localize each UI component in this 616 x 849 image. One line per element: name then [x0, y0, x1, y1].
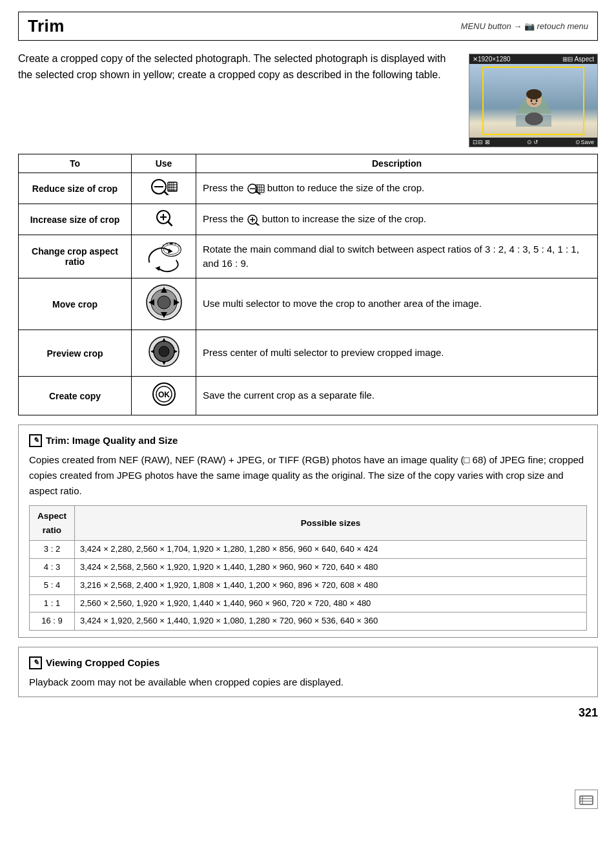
page-number-text: 321	[579, 706, 598, 719]
inner-table-body: 3 : 2 3,424 × 2,280, 2,560 × 1,704, 1,92…	[30, 541, 587, 631]
inner-table-header-row: Aspectratio Possible sizes	[30, 506, 587, 541]
note-text-2: Playback zoom may not be available when …	[29, 675, 587, 690]
row-move-use	[132, 278, 196, 330]
main-content: Create a cropped copy of the selected ph…	[18, 51, 598, 697]
table-row: Create copy OK Save the current crop as …	[19, 377, 598, 415]
note-icon-1: ✎	[29, 434, 42, 447]
inner-table-row: 3 : 2 3,424 × 2,280, 2,560 × 1,704, 1,92…	[30, 541, 587, 559]
page-header: Trim MENU button → 📷 retouch menu	[18, 12, 598, 41]
inner-col-ratio-header: Aspectratio	[30, 506, 75, 541]
arrow-icon: →	[513, 21, 524, 31]
intro-section: Create a cropped copy of the selected ph…	[18, 51, 598, 147]
cam-bottom-left: ⊡⊟ ⊠	[473, 139, 490, 145]
row-create-to: Create copy	[19, 377, 132, 415]
col-use-header: Use	[132, 154, 196, 173]
intro-text: Create a cropped copy of the selected ph…	[18, 51, 457, 83]
inner-sizes-4: 2,560 × 2,560, 1,920 × 1,920, 1,440 × 1,…	[75, 594, 587, 613]
row-move-to: Move crop	[19, 278, 132, 330]
row-aspect-to: Change crop aspect ratio	[19, 235, 132, 278]
tab-svg-icon	[579, 793, 593, 805]
col-desc-header: Description	[196, 154, 598, 173]
inner-table-row: 5 : 4 3,216 × 2,568, 2,400 × 1,920, 1,80…	[30, 576, 587, 594]
inner-table: Aspectratio Possible sizes 3 : 2 3,424 ×…	[29, 505, 587, 631]
table-row: Change crop aspect ratio	[19, 235, 598, 278]
camera-preview-inner: ✕1920×1280 ⊞⊟ Aspect	[469, 54, 597, 147]
menu-label: MENU button	[461, 21, 511, 31]
svg-point-53	[159, 346, 169, 357]
svg-line-9	[164, 191, 169, 195]
svg-text:OK: OK	[158, 390, 170, 399]
table-row: Reduce size of crop	[19, 173, 598, 204]
crop-rectangle	[482, 67, 584, 135]
inner-sizes-5: 3,424 × 1,920, 2,560 × 1,440, 1,920 × 1,…	[75, 613, 587, 631]
table-header: To Use Description	[19, 154, 598, 173]
svg-rect-41	[170, 243, 173, 244]
row-aspect-use	[132, 235, 196, 278]
page-wrapper: Trim MENU button → 📷 retouch menu Create…	[0, 12, 616, 849]
row-preview-desc: Press center of multi selector to previe…	[196, 330, 598, 377]
inner-table-row: 16 : 9 3,424 × 1,920, 2,560 × 1,440, 1,9…	[30, 613, 587, 631]
row-increase-to: Increase size of crop	[19, 204, 132, 235]
row-move-desc: Use multi selector to move the crop to a…	[196, 278, 598, 330]
table-body: Reduce size of crop	[19, 173, 598, 415]
page-title: Trim	[28, 16, 65, 36]
cam-bottom-ok: ⊙Save	[575, 139, 594, 145]
note-box-2: ✎ Viewing Cropped Copies Playback zoom m…	[18, 647, 598, 697]
increase-icon	[156, 209, 172, 226]
page-menu-path: MENU button → 📷 retouch menu	[461, 21, 588, 31]
table-header-row: To Use Description	[19, 154, 598, 173]
preview-selector-icon	[148, 335, 180, 368]
col-to-header: To	[19, 154, 132, 173]
note-title-1: ✎ Trim: Image Quality and Size	[29, 433, 587, 448]
reduce-icon	[150, 178, 178, 195]
cam-bottom-bar: ⊡⊟ ⊠ ⊙ ↺ ⊙Save	[469, 138, 597, 147]
inner-ratio-3: 5 : 4	[30, 576, 75, 594]
note-icon-2: ✎	[29, 656, 42, 669]
command-dial-icon	[145, 240, 183, 273]
note-title-text-1: Trim: Image Quality and Size	[46, 433, 178, 448]
page-number: 321	[0, 706, 598, 720]
retouch-icon: 📷	[524, 21, 535, 31]
cam-aspect: ⊞⊟ Aspect	[562, 56, 594, 63]
inner-ratio-2: 4 : 3	[30, 558, 75, 576]
table-row: Increase size of crop Press the button t…	[19, 204, 598, 235]
row-preview-use	[132, 330, 196, 377]
dial-icon-container	[138, 240, 189, 273]
inner-table-header: Aspectratio Possible sizes	[30, 506, 587, 541]
cam-top-bar: ✕1920×1280 ⊞⊟ Aspect	[469, 54, 597, 64]
row-create-use: OK	[132, 377, 196, 415]
cam-image-area	[469, 64, 597, 138]
row-reduce-use	[132, 173, 196, 204]
svg-rect-61	[580, 796, 593, 804]
note-box-1: ✎ Trim: Image Quality and Size Copies cr…	[18, 424, 598, 638]
row-increase-use	[132, 204, 196, 235]
multi-selector-icon	[145, 284, 183, 321]
svg-line-29	[168, 222, 172, 225]
main-table: To Use Description Reduce size of crop	[18, 154, 598, 415]
inner-table-row: 1 : 1 2,560 × 2,560, 1,920 × 1,920, 1,44…	[30, 594, 587, 613]
table-row: Preview crop	[19, 330, 598, 377]
svg-point-46	[158, 296, 170, 309]
inner-sizes-2: 3,424 × 2,568, 2,560 × 1,920, 1,920 × 1,…	[75, 558, 587, 576]
inner-table-row: 4 : 3 3,424 × 2,568, 2,560 × 1,920, 1,92…	[30, 558, 587, 576]
cam-bottom-center: ⊙ ↺	[527, 139, 539, 145]
retouch-menu-label: retouch menu	[537, 21, 589, 31]
note-title-text-2: Viewing Cropped Copies	[46, 655, 159, 671]
ok-icon: OK	[152, 382, 176, 406]
inner-col-sizes-header: Possible sizes	[75, 506, 587, 541]
inner-ratio-5: 16 : 9	[30, 613, 75, 631]
row-aspect-desc: Rotate the main command dial to switch b…	[196, 235, 598, 278]
inner-sizes-3: 3,216 × 2,568, 2,400 × 1,920, 1,808 × 1,…	[75, 576, 587, 594]
svg-marker-43	[155, 266, 160, 271]
row-reduce-to: Reduce size of crop	[19, 173, 132, 204]
row-increase-desc: Press the button to increase the size of…	[196, 204, 598, 235]
row-create-desc: Save the current crop as a separate file…	[196, 377, 598, 415]
inner-ratio-1: 3 : 2	[30, 541, 75, 559]
inner-ratio-4: 1 : 1	[30, 594, 75, 613]
note-text-1: Copies created from NEF (RAW), NEF (RAW)…	[29, 452, 587, 499]
camera-preview: ✕1920×1280 ⊞⊟ Aspect	[469, 54, 598, 147]
table-row: Move crop	[19, 278, 598, 330]
tab-icon	[575, 790, 598, 809]
svg-line-33	[256, 223, 259, 225]
inner-sizes-1: 3,424 × 2,280, 2,560 × 1,704, 1,920 × 1,…	[75, 541, 587, 559]
